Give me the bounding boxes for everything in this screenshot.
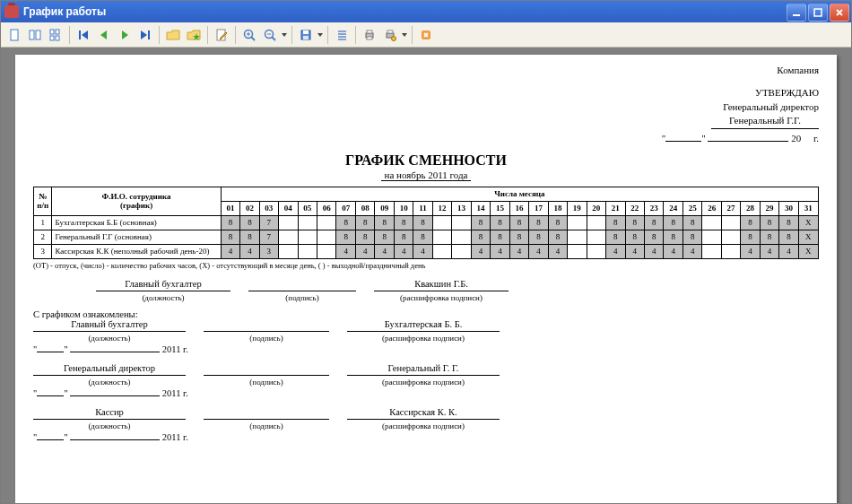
svg-rect-27 (303, 30, 309, 34)
edit-icon[interactable] (212, 25, 231, 45)
day-header: 01 (221, 201, 239, 215)
day-header: 16 (509, 201, 528, 215)
svg-rect-16 (148, 30, 150, 39)
day-header: 17 (529, 201, 548, 215)
sig-name: Бухгалтерская Б. Б. (347, 319, 500, 332)
table-row: 3Кассирская К.К (неполный рабочий день-2… (34, 244, 819, 258)
day-header: 07 (336, 201, 355, 215)
day-header: 25 (682, 201, 701, 215)
sig-role: Генеральный директор (33, 363, 186, 376)
day-header: 15 (491, 201, 509, 215)
table-row: 1Бухгалтерская Б.Б (основная)88788888888… (34, 215, 819, 230)
save-dropdown[interactable] (317, 33, 324, 37)
day-header: 26 (702, 201, 721, 215)
svg-rect-4 (11, 30, 18, 40)
folder-icon[interactable] (163, 25, 183, 45)
print-settings-icon[interactable] (380, 25, 400, 45)
day-header: 03 (259, 201, 278, 215)
zoom-dropdown[interactable] (281, 33, 288, 37)
svg-line-24 (272, 37, 275, 40)
main-sig-role: Главный бухгалтер (96, 279, 230, 291)
day-header: 24 (664, 201, 682, 215)
day-header: 13 (452, 201, 471, 215)
day-header: 22 (625, 201, 644, 215)
last-page-icon[interactable] (135, 25, 155, 45)
app-window: График работы (0, 0, 852, 504)
day-header: 27 (721, 201, 740, 215)
sig-date: "" 2011 г. (33, 432, 819, 442)
maximize-button[interactable] (808, 4, 828, 22)
sig-name: Кассирская К. К. (347, 407, 500, 420)
day-header: 29 (760, 201, 778, 215)
zoom-in-icon[interactable] (239, 25, 259, 45)
zoom-out-icon[interactable] (260, 25, 280, 45)
sig-role: Главный бухгалтер (33, 319, 186, 332)
svg-rect-11 (79, 30, 81, 39)
svg-rect-35 (367, 37, 372, 39)
close-button[interactable] (830, 4, 849, 22)
save-icon[interactable] (296, 25, 316, 45)
day-header: 14 (471, 201, 490, 215)
multi-page-icon[interactable] (46, 25, 65, 45)
svg-rect-0 (793, 14, 800, 16)
table-row: 2Генеральный Г.Г (основная)8878888888888… (34, 230, 819, 244)
col-employee: Ф.И.О. сотрудника(график) (52, 187, 221, 215)
first-page-icon[interactable] (74, 25, 93, 45)
day-header: 10 (394, 201, 413, 215)
day-header: 04 (279, 201, 298, 215)
sig-date: "" 2011 г. (33, 344, 819, 354)
svg-rect-37 (387, 30, 393, 33)
two-page-icon[interactable] (25, 25, 45, 45)
sig-sign (204, 407, 329, 420)
app-icon (4, 5, 19, 18)
svg-rect-1 (814, 9, 822, 16)
sig-sign (204, 319, 329, 332)
svg-rect-8 (56, 30, 59, 34)
approval-date: "" 20 г. (33, 132, 819, 145)
titlebar: График работы (1, 1, 851, 22)
prev-page-icon[interactable] (94, 25, 114, 45)
day-header: 21 (606, 201, 625, 215)
list-icon[interactable] (332, 25, 352, 45)
main-sig-name: Квакшин Г.Б. (374, 279, 509, 291)
folder-star-icon[interactable] (184, 25, 204, 45)
svg-marker-12 (82, 30, 88, 39)
day-header: 09 (375, 201, 394, 215)
schedule-table: № п/п Ф.И.О. сотрудника(график) Числа ме… (33, 187, 819, 259)
svg-rect-34 (367, 30, 372, 33)
next-page-icon[interactable] (115, 25, 135, 45)
sig-role: Кассир (33, 407, 186, 420)
main-sig-sign (248, 279, 356, 291)
day-header: 06 (317, 201, 336, 215)
svg-rect-10 (56, 36, 59, 40)
svg-point-38 (392, 36, 396, 40)
window-title: График работы (23, 5, 106, 18)
table-legend: (ОТ) - отпуск, (число) - количество рабо… (33, 261, 819, 270)
day-header: 05 (298, 201, 317, 215)
approver-position: Генеральный директор (33, 100, 819, 114)
sig-sign (204, 363, 329, 376)
print-dropdown[interactable] (401, 33, 408, 37)
svg-rect-6 (36, 30, 40, 39)
day-header: 23 (644, 201, 663, 215)
day-header: 08 (355, 201, 374, 215)
minimize-button[interactable] (787, 4, 806, 22)
close-preview-icon[interactable] (416, 25, 436, 45)
day-header: 31 (798, 201, 818, 215)
document-title: ГРАФИК СМЕННОСТИ (33, 152, 819, 169)
svg-marker-15 (141, 30, 147, 39)
day-header: 19 (568, 201, 587, 215)
day-header: 28 (741, 201, 760, 215)
sig-date: "" 2011 г. (33, 388, 819, 398)
familiar-label: С графиком ознакомлены: (33, 309, 819, 319)
col-number: № п/п (34, 187, 52, 215)
document-subtitle: на ноябрь 2011 года (381, 169, 472, 181)
single-page-icon[interactable] (4, 25, 24, 45)
approve-label: УТВЕРЖДАЮ (33, 86, 819, 100)
print-icon[interactable] (360, 25, 379, 45)
approver-name: Генеральный Г.Г. (711, 114, 819, 128)
toolbar (1, 22, 851, 48)
day-header: 18 (548, 201, 567, 215)
col-days-header: Числа месяца (221, 187, 818, 201)
day-header: 12 (432, 201, 451, 215)
